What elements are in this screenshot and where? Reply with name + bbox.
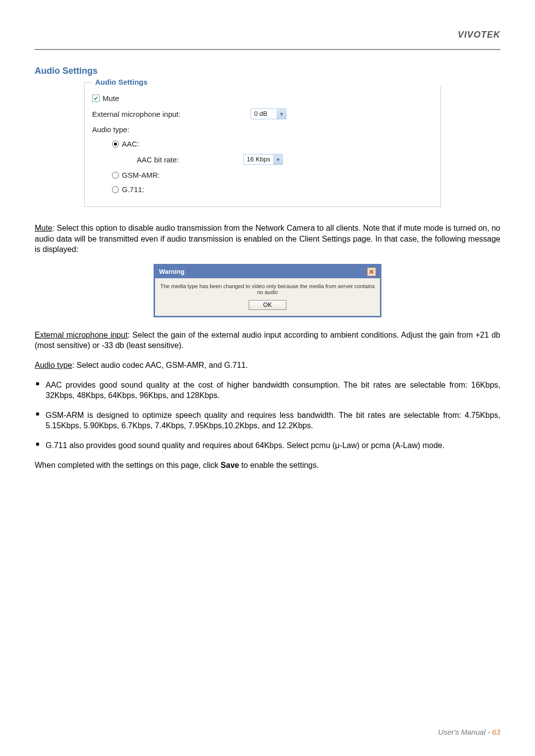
mute-para-text: : Select this option to disable audio tr… — [35, 224, 500, 253]
aac-bitrate-row: AAC bit rate: 16 Kbps ▼ — [85, 151, 440, 168]
section-title: Audio Settings — [35, 66, 500, 76]
gsm-radio[interactable] — [112, 172, 119, 179]
audio-settings-fieldset: Audio Settings ✔ Mute External microphon… — [84, 82, 441, 207]
final-bold: Save — [220, 461, 239, 469]
ok-button[interactable]: OK — [249, 300, 286, 310]
warning-title: Warning — [159, 268, 185, 275]
chevron-down-icon: ▼ — [273, 154, 282, 164]
header-divider — [35, 49, 500, 50]
audiotype-paragraph: Audio type: Select audio codec AAC, GSM-… — [35, 360, 500, 371]
mute-checkbox[interactable]: ✔ — [92, 95, 100, 102]
footer-text: User's Manual - — [438, 728, 492, 736]
final-pre: When completed with the settings on this… — [35, 461, 220, 469]
audiotype-para-label: Audio type — [35, 361, 72, 369]
page-number: 63 — [492, 728, 500, 736]
warning-body: The media type has been changed to video… — [155, 278, 380, 316]
aac-bitrate-select[interactable]: 16 Kbps ▼ — [243, 154, 283, 165]
fieldset-legend: Audio Settings — [92, 78, 448, 86]
codec-bullet-list: AAC provides good sound quality at the c… — [35, 380, 500, 451]
mute-row: ✔ Mute — [85, 91, 440, 105]
gsm-row: GSM-AMR: — [85, 168, 440, 182]
g711-row: G.711: — [85, 182, 440, 197]
warning-message: The media type has been changed to video… — [160, 283, 375, 295]
aac-row: AAC: — [85, 137, 440, 151]
ext-mic-label: External microphone input: — [92, 110, 251, 118]
aac-bitrate-label: AAC bit rate: — [137, 155, 243, 164]
mute-para-label: Mute — [35, 224, 53, 232]
footer: User's Manual - 63 — [438, 728, 500, 736]
ext-mic-select-value: 0 dB — [251, 109, 277, 119]
gsm-bullet: GSM-ARM is designed to optimize speech q… — [35, 410, 500, 431]
g711-bullet: G.711 also provides good sound quality a… — [35, 440, 500, 451]
aac-bitrate-select-value: 16 Kbps — [244, 154, 273, 164]
g711-label: G.711: — [122, 185, 144, 194]
ext-mic-row: External microphone input: 0 dB ▼ — [85, 105, 440, 122]
audiotype-para-text: : Select audio codec AAC, GSM-AMR, and G… — [72, 361, 248, 369]
gsm-label: GSM-AMR: — [122, 171, 160, 179]
warning-dialog: Warning ✕ The media type has been change… — [154, 264, 381, 317]
aac-bullet: AAC provides good sound quality at the c… — [35, 380, 500, 401]
final-paragraph: When completed with the settings on this… — [35, 460, 500, 471]
audio-type-row: Audio type: — [85, 122, 440, 137]
brand-label: VIVOTEK — [35, 30, 500, 40]
mute-label: Mute — [103, 94, 119, 102]
chevron-down-icon: ▼ — [277, 109, 286, 119]
aac-radio[interactable] — [112, 141, 119, 148]
g711-radio[interactable] — [112, 186, 119, 193]
extmic-paragraph: External microphone input: Select the ga… — [35, 330, 500, 351]
aac-label: AAC: — [122, 140, 139, 148]
ext-mic-select[interactable]: 0 dB ▼ — [251, 108, 286, 119]
mute-paragraph: Mute: Select this option to disable audi… — [35, 223, 500, 255]
final-post: to enable the settings. — [239, 461, 319, 469]
warning-titlebar: Warning ✕ — [155, 265, 380, 278]
extmic-para-label: External microphone input — [35, 331, 128, 339]
audio-type-label: Audio type: — [92, 125, 129, 134]
close-icon[interactable]: ✕ — [367, 267, 376, 276]
